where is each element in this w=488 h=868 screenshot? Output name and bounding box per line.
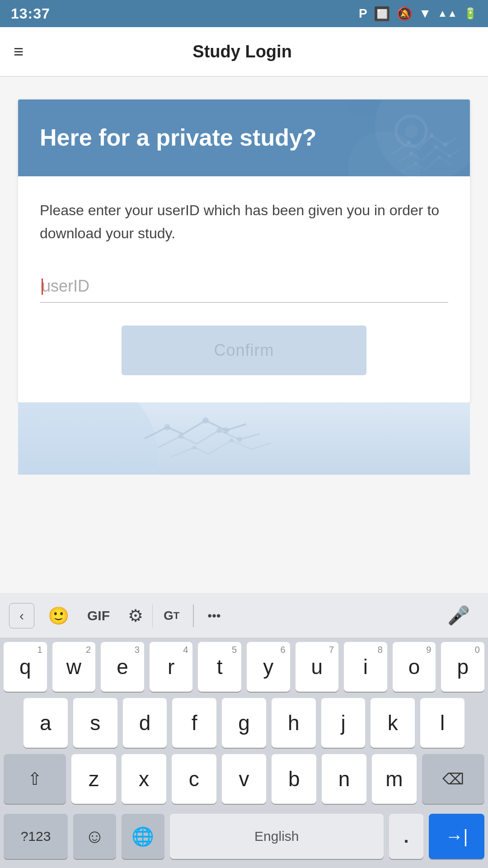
status-icons: P 🔲 🔕 ▼ ▲▲ 🔋	[359, 6, 477, 22]
card-description: Please enter your userID which has been …	[40, 199, 448, 245]
key-u[interactable]: 7u	[296, 642, 339, 692]
svg-point-14	[202, 417, 209, 424]
userid-input[interactable]	[40, 272, 448, 303]
svg-point-3	[405, 125, 418, 138]
key-r[interactable]: 4r	[150, 642, 193, 692]
svg-point-12	[18, 402, 158, 475]
svg-point-5	[429, 133, 434, 138]
app-bar: ≡ Study Login	[0, 27, 488, 77]
card-bottom-decoration	[18, 402, 470, 475]
keyboard-gif-button[interactable]: GIF	[78, 604, 119, 628]
key-h[interactable]: h	[272, 698, 316, 748]
nfc-icon: 🔲	[374, 6, 390, 22]
key-c[interactable]: c	[172, 754, 216, 804]
svg-point-18	[237, 437, 242, 442]
key-period[interactable]: .	[389, 814, 423, 859]
keyboard-emoji-sticker-button[interactable]: 🙂	[39, 601, 78, 630]
main-content: Here for a private study? Please enter y…	[0, 77, 488, 593]
key-k[interactable]: k	[371, 698, 415, 748]
key-z[interactable]: z	[71, 754, 116, 804]
key-o[interactable]: 9o	[393, 642, 436, 692]
keyboard-more-button[interactable]: •••	[198, 604, 230, 627]
svg-point-17	[216, 428, 222, 433]
svg-point-4	[407, 140, 411, 145]
key-enter[interactable]: →|	[429, 814, 484, 859]
svg-point-19	[192, 445, 197, 450]
keyboard-toolbar: ‹ 🙂 GIF ⚙ GT ••• 🎤	[0, 593, 488, 638]
svg-point-7	[409, 152, 413, 156]
key-globe[interactable]: 🌐	[122, 814, 164, 859]
key-x[interactable]: x	[122, 754, 166, 804]
svg-point-20	[229, 438, 234, 443]
confirm-button[interactable]: Confirm	[122, 326, 366, 375]
header-decoration	[339, 99, 470, 176]
svg-point-11	[437, 156, 441, 159]
keyboard-back-button[interactable]: ‹	[9, 603, 34, 628]
status-bar: 13:37 P 🔲 🔕 ▼ ▲▲ 🔋	[0, 0, 488, 27]
keyboard-settings-button[interactable]: ⚙	[119, 601, 152, 630]
key-w[interactable]: 2w	[52, 642, 96, 692]
key-i[interactable]: 8i	[344, 642, 387, 692]
input-cursor	[42, 278, 43, 295]
key-num-sym[interactable]: ?123	[4, 814, 68, 859]
key-b[interactable]: b	[272, 754, 316, 804]
keyboard-row-1: 1q 2w 3e 4r 5t 6y 7u 8i 9o 0p	[4, 642, 484, 692]
keyboard-translate-button[interactable]: GT	[152, 604, 188, 627]
notification-icon: 🔕	[397, 6, 413, 21]
key-backspace[interactable]: ⌫	[422, 754, 484, 804]
card-body: Please enter your userID which has been …	[18, 176, 470, 402]
svg-point-10	[414, 162, 418, 165]
keyboard-toolbar-separator	[193, 604, 194, 627]
key-space[interactable]: English	[170, 814, 384, 859]
svg-point-9	[448, 154, 451, 158]
key-g[interactable]: g	[222, 698, 266, 748]
bottom-decoration-svg	[18, 402, 470, 475]
svg-point-16	[178, 434, 183, 439]
key-p[interactable]: 0p	[441, 642, 484, 692]
keyboard: ‹ 🙂 GIF ⚙ GT ••• 🎤 1q 2w 3e 4r 5t 6y 7u …	[0, 593, 488, 868]
userid-input-container	[40, 272, 448, 303]
keyboard-row-2: a s d f g h j k l	[4, 698, 484, 748]
key-j[interactable]: j	[321, 698, 366, 748]
keyboard-row-3: ⇧ z x c v b n m ⌫	[4, 754, 484, 804]
keyboard-bottom-row: ?123 ☺ 🌐 English . →|	[0, 810, 488, 868]
signal-icon: ▲▲	[437, 8, 457, 19]
key-y[interactable]: 6y	[247, 642, 290, 692]
key-v[interactable]: v	[222, 754, 267, 804]
keyboard-keys: 1q 2w 3e 4r 5t 6y 7u 8i 9o 0p a s d f g …	[0, 638, 488, 804]
key-e[interactable]: 3e	[101, 642, 144, 692]
wifi-icon: ▼	[419, 6, 432, 21]
key-l[interactable]: l	[420, 698, 465, 748]
key-t[interactable]: 5t	[198, 642, 241, 692]
key-emoji[interactable]: ☺	[73, 814, 116, 859]
key-d[interactable]: d	[123, 698, 167, 748]
parking-icon: P	[359, 6, 367, 21]
login-card: Here for a private study? Please enter y…	[18, 99, 470, 402]
key-q[interactable]: 1q	[4, 642, 47, 692]
menu-icon[interactable]: ≡	[14, 43, 23, 60]
key-f[interactable]: f	[172, 698, 216, 748]
key-a[interactable]: a	[23, 698, 68, 748]
svg-point-8	[434, 145, 438, 149]
page-title: Study Login	[37, 42, 474, 61]
key-n[interactable]: n	[322, 754, 366, 804]
card-header-title: Here for a private study?	[40, 123, 317, 153]
key-m[interactable]: m	[372, 754, 417, 804]
card-header: Here for a private study?	[18, 99, 470, 176]
battery-icon: 🔋	[464, 7, 477, 20]
key-s[interactable]: s	[73, 698, 117, 748]
key-shift[interactable]: ⇧	[4, 754, 66, 804]
keyboard-mic-button[interactable]: 🎤	[438, 600, 479, 631]
status-time: 13:37	[11, 5, 50, 22]
svg-point-13	[164, 424, 170, 430]
svg-point-6	[443, 142, 447, 147]
